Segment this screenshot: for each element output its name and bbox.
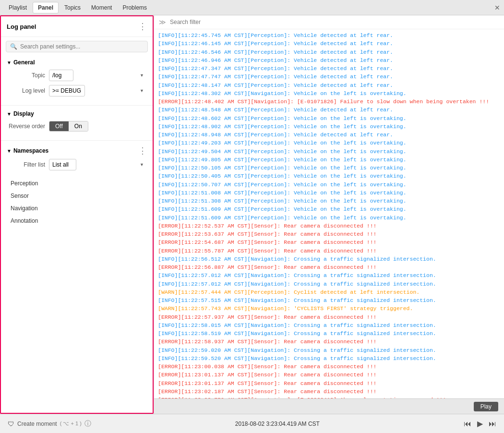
log-line: [INFO][11:22:49.805 AM CST][Perception]:… <box>158 156 500 164</box>
log-line: [INFO][11:22:51.008 AM CST][Perception]:… <box>158 189 500 197</box>
left-panel: Log panel ⋮ 🔍 ▼ General Topic /log/rosou… <box>0 15 154 414</box>
log-line: [INFO][11:22:47.747 AM CST][Perception]:… <box>158 72 500 81</box>
log-line: [INFO][11:22:57.012 AM CST][Navigation]:… <box>158 271 500 279</box>
bottom-bar: Play <box>154 398 504 414</box>
log-line: [INFO][11:22:56.512 AM CST][Navigation]:… <box>158 255 500 263</box>
log-line: [ERROR][11:22:58.937 AM CST][Sensor]: Re… <box>158 337 500 346</box>
shield-icon: 🛡 <box>8 420 14 428</box>
log-line: [INFO][11:22:48.602 AM CST][Perception]:… <box>158 114 500 122</box>
panel-menu-icon[interactable]: ⋮ <box>138 21 147 32</box>
log-line: [ERROR][11:22:48.402 AM CST][Navigation]… <box>158 97 500 106</box>
log-line: [INFO][11:22:49.504 AM CST][Perception]:… <box>158 147 500 156</box>
topic-select[interactable]: /log/rosout <box>49 70 73 81</box>
log-line: [INFO][11:22:48.548 AM CST][Perception]:… <box>158 106 500 114</box>
log-line: [ERROR][11:22:55.787 AM CST][Sensor]: Re… <box>158 247 500 255</box>
log-line: [ERROR][11:22:57.937 AM CST][Sensor]: Re… <box>158 313 500 321</box>
log-line: [WARN][11:22:57.444 AM CST][Perception]:… <box>158 288 500 296</box>
next-button[interactable]: ⏭ <box>489 420 496 428</box>
reverse-order-toggle: Off On <box>49 121 88 132</box>
nav-tab-problems[interactable]: Problems <box>118 2 152 13</box>
log-line: [INFO][11:22:51.609 AM CST][Perception]:… <box>158 214 500 222</box>
log-line: [ERROR][11:22:52.537 AM CST][Sensor]: Re… <box>158 222 500 230</box>
log-line: [INFO][11:22:48.147 AM CST][Perception]:… <box>158 81 500 89</box>
log-line: [INFO][11:22:49.203 AM CST][Perception]:… <box>158 139 500 147</box>
log-line: [INFO][11:22:46.946 AM CST][Perception]:… <box>158 56 500 64</box>
log-level-label: Log level <box>7 87 45 94</box>
create-moment-label[interactable]: Create moment <box>17 421 57 427</box>
log-line: [INFO][11:22:46.145 AM CST][Perception]:… <box>158 39 500 48</box>
log-line: [ERROR][11:22:56.887 AM CST][Sensor]: Re… <box>158 263 500 271</box>
general-section-header[interactable]: ▼ General <box>7 59 147 66</box>
log-line: [ERROR][11:23:01.137 AM CST][Sensor]: Re… <box>158 379 500 387</box>
nav-tab-moment[interactable]: Moment <box>86 2 117 13</box>
log-line: [INFO][11:22:51.308 AM CST][Perception]:… <box>158 197 500 205</box>
search-bar: ≫ <box>154 15 504 29</box>
log-line: [INFO][11:22:58.519 AM CST][Navigation]:… <box>158 329 500 337</box>
play-pause-button[interactable]: ▶ <box>477 419 483 428</box>
log-line: [INFO][11:22:57.012 AM CST][Navigation]:… <box>158 280 500 288</box>
nav-tab-topics[interactable]: Topics <box>60 2 85 13</box>
prev-button[interactable]: ⏮ <box>464 420 471 428</box>
log-line: [INFO][11:22:45.745 AM CST][Perception]:… <box>158 31 500 39</box>
panel-search-bar: 🔍 <box>6 41 148 52</box>
play-button[interactable]: Play <box>474 402 498 411</box>
display-section-header[interactable]: ▼ Display <box>7 110 147 117</box>
log-line: [ERROR][11:22:54.687 AM CST][Sensor]: Re… <box>158 238 500 246</box>
search-filter-input[interactable] <box>170 19 499 25</box>
log-line: [ERROR][11:22:53.637 AM CST][Sensor]: Re… <box>158 230 500 238</box>
log-line: [INFO][11:22:58.015 AM CST][Navigation]:… <box>158 321 500 329</box>
timestamp: 2018-08-02 3:23:04.419 AM CST <box>235 421 320 427</box>
topic-label: Topic <box>7 72 45 79</box>
panel-title: Log panel <box>7 23 36 30</box>
log-level-select[interactable]: >= DEBUG>= INFO>= WARN>= ERROR <box>49 85 85 96</box>
chevron-down-icon: ▼ <box>7 148 12 154</box>
namespaces-header[interactable]: ▼ Namespaces <box>7 147 48 154</box>
filter-list-label: Filter list <box>7 161 45 168</box>
double-chevron-icon[interactable]: ≫ <box>159 18 166 26</box>
namespaces-label: Namespaces <box>13 147 48 154</box>
nav-tab-playlist[interactable]: Playlist <box>4 2 32 13</box>
right-panel: ≫ [INFO][11:22:45.745 AM CST][Perception… <box>154 15 504 414</box>
log-line: [INFO][11:22:50.105 AM CST][Perception]:… <box>158 164 500 172</box>
panel-search-input[interactable] <box>20 43 144 50</box>
close-button[interactable]: ✕ <box>494 4 500 12</box>
log-line: [WARN][11:22:57.743 AM CST][Navigation]:… <box>158 304 500 313</box>
general-label: General <box>13 59 35 66</box>
display-label: Display <box>13 110 34 117</box>
search-icon: 🔍 <box>10 43 17 50</box>
toggle-on-button[interactable]: On <box>69 121 88 131</box>
log-line: [INFO][11:22:48.302 AM CST][Navigation]:… <box>158 89 500 97</box>
reverse-order-label: Reverse order <box>7 123 45 130</box>
log-line: [INFO][11:22:46.546 AM CST][Perception]:… <box>158 48 500 56</box>
log-line: [INFO][11:22:50.405 AM CST][Perception]:… <box>158 172 500 180</box>
log-line: [INFO][11:22:48.948 AM CST][Perception]:… <box>158 131 500 139</box>
shortcut-hint: ( ⌥ + 1 ) <box>60 421 82 427</box>
ns-item-navigation[interactable]: Navigation <box>1 202 153 215</box>
info-button[interactable]: ⓘ <box>84 420 91 428</box>
toggle-off-button[interactable]: Off <box>49 121 69 131</box>
log-line: [ERROR][11:23:00.038 AM CST][Sensor]: Re… <box>158 362 500 371</box>
log-line: [INFO][11:22:59.520 AM CST][Navigation]:… <box>158 354 500 362</box>
log-line: [INFO][11:22:48.902 AM CST][Perception]:… <box>158 122 500 131</box>
log-content[interactable]: [INFO][11:22:45.745 AM CST][Perception]:… <box>154 29 504 398</box>
log-line: [ERROR][11:23:02.187 AM CST][Sensor]: Re… <box>158 387 500 396</box>
log-line: [INFO][11:22:50.707 AM CST][Perception]:… <box>158 180 500 189</box>
log-line: [ERROR][11:23:01.137 AM CST][Sensor]: Re… <box>158 371 500 379</box>
ns-item-perception[interactable]: Perception <box>1 177 153 190</box>
footer: 🛡 Create moment ( ⌥ + 1 ) ⓘ 2018-08-02 3… <box>0 414 504 433</box>
log-line: [INFO][11:22:57.515 AM CST][Navigation]:… <box>158 296 500 304</box>
nav-tab-panel[interactable]: Panel <box>33 2 59 13</box>
namespaces-section: ▼ Namespaces ⋮ Filter list List allInclu… <box>1 143 153 227</box>
ns-item-sensor[interactable]: Sensor <box>1 190 153 202</box>
top-nav: PlaylistPanelTopicsMomentProblems ✕ <box>0 0 504 15</box>
filter-list-select[interactable]: List allIncludeExclude <box>49 159 76 170</box>
namespaces-menu-icon[interactable]: ⋮ <box>138 145 147 156</box>
log-line: [INFO][11:22:51.609 AM CST][Perception]:… <box>158 205 500 213</box>
chevron-down-icon: ▼ <box>7 60 12 65</box>
log-line: [INFO][11:22:59.020 AM CST][Navigation]:… <box>158 346 500 354</box>
ns-item-annotation[interactable]: Annotation <box>1 215 153 227</box>
log-line: [INFO][11:22:47.347 AM CST][Perception]:… <box>158 64 500 72</box>
chevron-down-icon: ▼ <box>7 111 12 117</box>
